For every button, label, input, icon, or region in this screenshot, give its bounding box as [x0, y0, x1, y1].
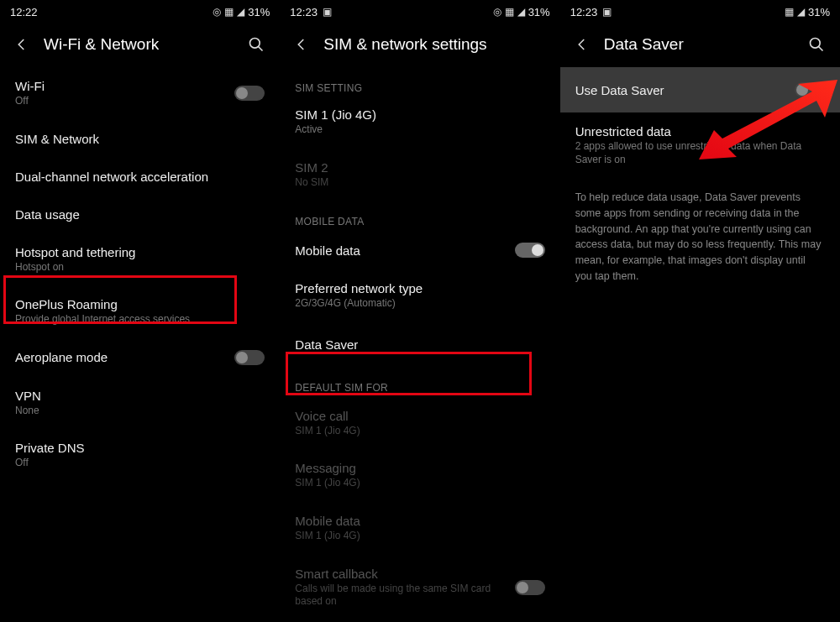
row-use-data-saver[interactable]: Use Data Saver — [560, 67, 840, 112]
signal-icon: ◢ — [517, 6, 525, 18]
section-sim-setting: SIM SETTING — [280, 67, 559, 102]
status-time: 12:23 — [290, 6, 318, 18]
signal-icon: ◢ — [237, 6, 244, 18]
row-title: Data usage — [15, 207, 265, 222]
row-oneplus-roaming[interactable]: OnePlus Roaming Provide global Internet … — [0, 285, 280, 338]
row-sim-network[interactable]: SIM & Network — [0, 120, 280, 158]
screen-wifi-network: 12:22 ◎ ▦ ◢ 31% Wi-Fi & Network Wi-Fi Of… — [0, 0, 280, 622]
status-battery: 31% — [248, 6, 270, 18]
data-saver-description: To help reduce data usage, Data Saver pr… — [560, 178, 840, 296]
row-sub: Hotspot on — [15, 261, 265, 274]
row-sim1[interactable]: SIM 1 (Jio 4G) Active — [280, 102, 559, 149]
row-vpn[interactable]: VPN None — [0, 377, 280, 430]
row-sub: 2 apps allowed to use unrestricted data … — [575, 140, 825, 166]
row-private-dns[interactable]: Private DNS Off — [0, 429, 280, 482]
hotspot-icon: ◎ — [493, 6, 501, 18]
smart-callback-toggle — [515, 580, 545, 595]
mobile-data-toggle[interactable] — [515, 243, 545, 258]
section-default-sim: DEFAULT SIM FOR — [280, 367, 559, 402]
search-icon[interactable] — [806, 36, 827, 53]
row-title: VPN — [15, 389, 265, 403]
row-title: SIM 2 — [295, 160, 544, 175]
row-title: Data Saver — [295, 337, 544, 352]
header: Wi-Fi & Network — [0, 24, 280, 67]
row-dual-channel[interactable]: Dual-channel network acceleration — [0, 158, 280, 196]
screenshot-icon: ▣ — [602, 6, 612, 18]
row-title: Voice call — [295, 409, 544, 423]
row-title: Wi-Fi — [15, 79, 226, 93]
row-title: Unrestricted data — [575, 124, 825, 139]
row-sub: Provide global Internet access services — [15, 313, 265, 327]
row-messaging: Messaging SIM 1 (Jio 4G) — [280, 449, 559, 502]
row-sub: Off — [15, 95, 226, 108]
row-sub: SIM 1 (Jio 4G) — [295, 530, 544, 543]
page-title: Wi-Fi & Network — [44, 35, 233, 54]
signal-icon: ◢ — [797, 6, 805, 18]
row-sub: No SIM — [295, 176, 544, 190]
row-title: Preferred network type — [295, 281, 544, 295]
row-sim2: SIM 2 No SIM — [280, 149, 559, 201]
status-battery: 31% — [528, 6, 550, 18]
back-icon[interactable] — [574, 37, 591, 52]
svg-point-0 — [250, 39, 260, 49]
screen-sim-settings: 12:23 ▣ ◎ ▦ ◢ 31% SIM & network settings… — [280, 0, 559, 622]
row-sub: Off — [15, 457, 265, 470]
row-voice-call: Voice call SIM 1 (Jio 4G) — [280, 402, 559, 450]
row-sub: Active — [295, 123, 544, 137]
row-sub: 2G/3G/4G (Automatic) — [295, 297, 544, 311]
status-bar: 12:23 ▣ ◎ ▦ ◢ 31% — [280, 0, 559, 24]
row-sub: Calls will be made using the same SIM ca… — [295, 583, 506, 609]
volte-icon: ▦ — [224, 6, 234, 18]
row-data-usage[interactable]: Data usage — [0, 196, 280, 233]
search-icon[interactable] — [246, 36, 266, 53]
row-title: Aeroplane mode — [15, 350, 226, 364]
volte-icon: ▦ — [785, 6, 794, 18]
svg-line-1 — [259, 47, 263, 51]
row-title: SIM & Network — [15, 132, 265, 146]
row-title: Use Data Saver — [575, 83, 664, 97]
row-sub: SIM 1 (Jio 4G) — [295, 425, 544, 438]
row-sub: None — [15, 405, 265, 418]
row-sub: SIM 1 (Jio 4G) — [295, 477, 544, 490]
row-aeroplane[interactable]: Aeroplane mode — [0, 338, 280, 377]
row-title: SIM 1 (Jio 4G) — [295, 107, 544, 122]
screenshot-icon: ▣ — [323, 6, 332, 18]
screen-data-saver: 12:23 ▣ ▦ ◢ 31% Data Saver Use Data Save… — [560, 0, 840, 622]
hotspot-icon: ◎ — [213, 6, 221, 18]
row-unrestricted[interactable]: Unrestricted data 2 apps allowed to use … — [560, 112, 840, 178]
row-mobile-data-default: Mobile data SIM 1 (Jio 4G) — [280, 502, 559, 555]
status-time: 12:22 — [10, 6, 38, 18]
row-hotspot[interactable]: Hotspot and tethering Hotspot on — [0, 233, 280, 286]
svg-point-2 — [810, 39, 820, 49]
row-title: Smart callback — [295, 567, 506, 581]
page-title: Data Saver — [604, 35, 793, 54]
row-title: Hotspot and tethering — [15, 245, 265, 259]
row-title: OnePlus Roaming — [15, 297, 265, 311]
header: SIM & network settings — [280, 24, 559, 67]
volte-icon: ▦ — [505, 6, 514, 18]
status-battery: 31% — [808, 6, 830, 18]
data-saver-toggle[interactable] — [795, 82, 825, 97]
row-mobile-data[interactable]: Mobile data — [280, 236, 559, 269]
page-title: SIM & network settings — [323, 35, 546, 54]
status-time: 12:23 — [570, 6, 598, 18]
row-preferred-network[interactable]: Preferred network type 2G/3G/4G (Automat… — [280, 269, 559, 322]
section-mobile-data: MOBILE DATA — [280, 201, 559, 236]
row-data-saver[interactable]: Data Saver — [280, 322, 559, 367]
aeroplane-toggle[interactable] — [234, 350, 265, 365]
wifi-toggle[interactable] — [234, 86, 265, 101]
row-title: Private DNS — [15, 441, 265, 455]
row-title: Dual-channel network acceleration — [15, 170, 265, 184]
row-title: Mobile data — [295, 243, 506, 258]
row-title: Messaging — [295, 461, 544, 475]
row-wifi[interactable]: Wi-Fi Off — [0, 67, 280, 120]
status-bar: 12:23 ▣ ▦ ◢ 31% — [560, 0, 840, 24]
header: Data Saver — [560, 24, 840, 67]
row-title: Mobile data — [295, 514, 544, 528]
svg-line-3 — [818, 47, 822, 51]
status-bar: 12:22 ◎ ▦ ◢ 31% — [0, 0, 280, 24]
row-smart-callback: Smart callback Calls will be made using … — [280, 555, 559, 620]
back-icon[interactable] — [13, 37, 30, 52]
back-icon[interactable] — [293, 37, 310, 52]
